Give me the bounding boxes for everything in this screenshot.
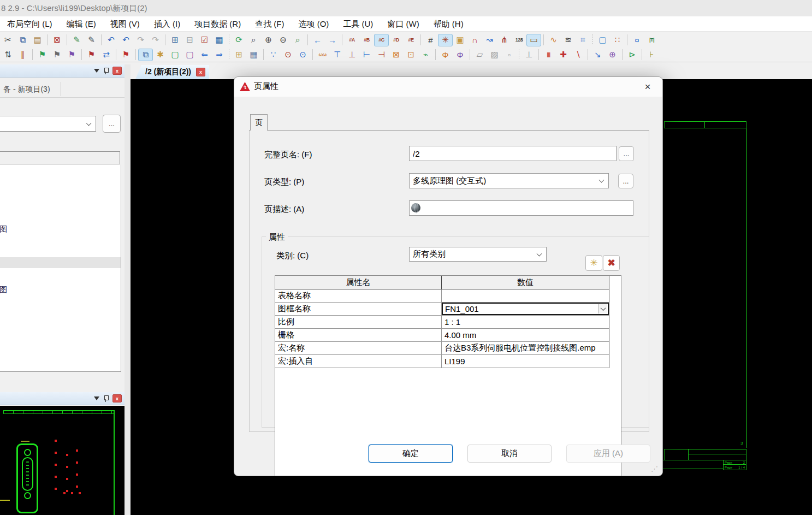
redo-icon[interactable]: ↷ bbox=[133, 34, 148, 46]
format-paint-alt-icon[interactable]: ✎ bbox=[84, 34, 99, 46]
delete-selection-icon[interactable]: ⊠ bbox=[50, 34, 64, 46]
property-value[interactable]: 台达B3系列伺服电机位置控制接线图.emp bbox=[442, 342, 609, 354]
property-value[interactable] bbox=[442, 289, 609, 302]
menu-item[interactable]: 窗口 (W) bbox=[380, 16, 426, 31]
terminal-strip-3-icon[interactable]: ⊢ bbox=[359, 49, 374, 61]
device-add-icon[interactable]: ⊞ bbox=[232, 49, 246, 61]
document-tab[interactable]: /2 (新项目(2)) x bbox=[135, 65, 209, 79]
sort-12-icon[interactable]: ⇅ bbox=[1, 49, 15, 61]
tab-page[interactable]: 页 bbox=[250, 114, 268, 131]
back-icon[interactable]: ← bbox=[310, 34, 325, 46]
tree-item[interactable]: 图 bbox=[0, 284, 7, 295]
signal-wave-icon[interactable]: ∿ bbox=[546, 34, 561, 46]
zoom-window-icon[interactable]: ⌕ bbox=[246, 34, 261, 46]
menu-item[interactable]: 视图 (V) bbox=[103, 16, 147, 31]
add-property-button[interactable]: ✳ bbox=[585, 255, 602, 271]
cable-coil-icon[interactable]: ωω bbox=[315, 49, 330, 61]
page-copy-icon[interactable]: ⧉ bbox=[138, 49, 153, 61]
zoom-out-icon[interactable]: ⊖ bbox=[276, 34, 291, 46]
stamp-icon[interactable]: ⊥ bbox=[521, 49, 536, 61]
object-snap-icon[interactable]: ▣ bbox=[453, 34, 467, 46]
menu-item[interactable]: 编辑 (E) bbox=[60, 16, 103, 31]
wire-end-icon[interactable]: ⊦ bbox=[644, 49, 659, 61]
device-table-icon[interactable]: ▦ bbox=[246, 49, 261, 61]
grid-b-icon[interactable]: #B bbox=[359, 34, 374, 46]
hatch-icon[interactable]: ▨ bbox=[487, 49, 502, 61]
page-new-icon[interactable]: ✱ bbox=[153, 49, 168, 61]
wire-branch-icon[interactable]: ⊳ bbox=[625, 49, 639, 61]
zoom-100-icon[interactable]: ⌕ bbox=[291, 34, 305, 46]
format-paint-icon[interactable]: ✎ bbox=[69, 34, 84, 46]
tab-close-button[interactable]: x bbox=[196, 68, 205, 76]
wire-jumper-icon[interactable]: ⌁ bbox=[418, 49, 433, 61]
tree-header[interactable] bbox=[0, 151, 120, 164]
flag-ok-icon[interactable]: ⚑ bbox=[35, 49, 50, 61]
frame-dashed-icon[interactable]: ▫ bbox=[502, 49, 517, 61]
terminal-strip-2-icon[interactable]: ⊥ bbox=[345, 49, 359, 61]
panel-doc-tab[interactable]: 备 - 新项目(3) bbox=[3, 82, 61, 96]
apply-button[interactable]: 应用 (A) bbox=[566, 445, 650, 463]
pin-icon[interactable] bbox=[103, 67, 109, 75]
flag-stop-icon[interactable]: ⚑ bbox=[84, 49, 99, 61]
counter-128-icon[interactable]: 128 bbox=[512, 34, 526, 46]
page-type-select[interactable]: 多线原理图 (交互式) bbox=[409, 173, 609, 188]
terminal-strip-icon[interactable]: ⊤ bbox=[330, 49, 345, 61]
grid-d-icon[interactable]: #D bbox=[389, 34, 404, 46]
page-description-input[interactable] bbox=[409, 200, 633, 216]
select-frame-icon[interactable]: ▢ bbox=[595, 34, 610, 46]
transform-handles-icon[interactable]: ∷ bbox=[610, 34, 625, 46]
panel-splitter[interactable] bbox=[125, 64, 131, 515]
full-page-name-browse-button[interactable]: ... bbox=[619, 146, 634, 161]
resize-grip[interactable]: ⋰ bbox=[651, 465, 658, 473]
menu-item[interactable]: 项目数据 (R) bbox=[187, 16, 248, 31]
pin-icon[interactable] bbox=[103, 395, 109, 402]
arrow-connect-icon[interactable]: ↘ bbox=[590, 49, 605, 61]
zoom-in-icon[interactable]: ⊕ bbox=[261, 34, 276, 46]
menu-item[interactable]: 布局空间 (L) bbox=[0, 16, 60, 31]
page-type-browse-button[interactable]: ... bbox=[618, 174, 633, 188]
grid-c-icon[interactable]: #C bbox=[374, 34, 389, 46]
pipe-update-icon[interactable]: ∥ bbox=[15, 49, 30, 61]
property-value[interactable]: FN1_001 bbox=[442, 303, 609, 315]
page-import-icon[interactable]: ⇐ bbox=[197, 49, 212, 61]
ruler-icon[interactable]: ▭ bbox=[526, 34, 541, 46]
signal-rss-icon[interactable]: ≋ bbox=[561, 34, 576, 46]
copy-icon[interactable]: ⧉ bbox=[15, 34, 30, 46]
snap-to-grid-icon[interactable]: ✳ bbox=[438, 34, 453, 46]
property-value[interactable]: 4.00 mm bbox=[442, 329, 609, 341]
terminal-edit-icon[interactable]: ⊙ bbox=[281, 49, 295, 61]
workspace-alt-icon[interactable]: ⊟ bbox=[182, 34, 197, 46]
node-circle-icon[interactable]: ⊕ bbox=[605, 49, 620, 61]
refresh-icon[interactable]: ⟳ bbox=[232, 34, 246, 46]
filter-browse-button[interactable]: ... bbox=[103, 115, 121, 133]
page-export-icon[interactable]: ⇒ bbox=[212, 49, 227, 61]
dialog-title-bar[interactable]: 页属性 × bbox=[234, 77, 662, 97]
logic-branch-icon[interactable]: ⋔ bbox=[497, 34, 512, 46]
flag-config-icon[interactable]: ⚑ bbox=[50, 49, 64, 61]
gauge-icon[interactable]: Φ bbox=[438, 49, 453, 61]
connector-swap-icon[interactable]: ⇄ bbox=[99, 49, 114, 61]
tree-item[interactable] bbox=[0, 257, 121, 268]
redo-history-icon[interactable]: ↷ bbox=[148, 34, 163, 46]
workspace-icon[interactable]: ⊞ bbox=[168, 34, 182, 46]
panel-close-button[interactable]: x bbox=[112, 394, 122, 402]
ok-button[interactable]: 确定 bbox=[369, 445, 453, 463]
tree-item[interactable]: 图 bbox=[0, 223, 7, 234]
flag-forward-icon[interactable]: ⚑ bbox=[64, 49, 79, 61]
menu-item[interactable]: 工具 (U) bbox=[336, 16, 380, 31]
connection-cross-icon[interactable]: ✚ bbox=[556, 49, 571, 61]
table-view-icon[interactable]: ▦ bbox=[212, 34, 227, 46]
property-value[interactable]: LI199 bbox=[442, 355, 609, 368]
undo-icon[interactable]: ↶ bbox=[118, 34, 133, 46]
menu-item[interactable]: 帮助 (H) bbox=[426, 16, 471, 31]
dialog-close-button[interactable]: × bbox=[639, 79, 656, 94]
plug-symbol-icon[interactable]: ⊠ bbox=[389, 49, 404, 61]
chevron-down-icon[interactable] bbox=[598, 304, 607, 313]
cut-icon[interactable]: ✂ bbox=[1, 34, 15, 46]
flag-delete-icon[interactable]: ⚑ bbox=[118, 49, 133, 61]
grid-a-icon[interactable]: #A bbox=[345, 34, 359, 46]
connection-angle-icon[interactable]: ∖ bbox=[571, 49, 585, 61]
terminal-strip-4-icon[interactable]: ⊣ bbox=[374, 49, 389, 61]
panel-close-button[interactable]: x bbox=[112, 67, 122, 75]
device-tree[interactable]: 图 图 bbox=[0, 164, 121, 372]
